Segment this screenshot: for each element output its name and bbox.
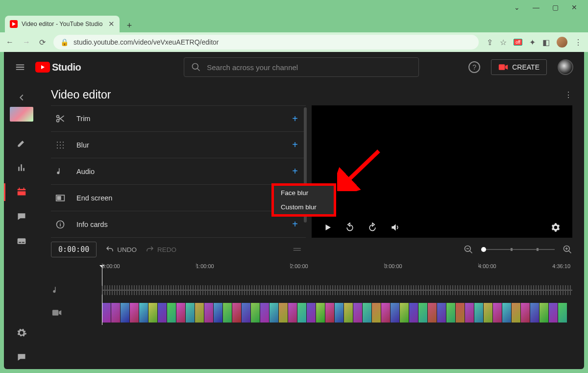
analytics-icon <box>17 163 26 173</box>
tool-trim[interactable]: Trim + <box>51 105 306 132</box>
browser-tabbar: Video editor - YouTube Studio ✕ + <box>0 15 588 32</box>
svg-point-8 <box>60 142 61 143</box>
browser-tab[interactable]: Video editor - YouTube Studio ✕ <box>5 16 120 32</box>
video-controls <box>312 217 572 238</box>
window-controls: ⌄ — ▢ ✕ <box>0 0 588 15</box>
note-icon <box>55 167 66 176</box>
svg-line-22 <box>344 151 379 184</box>
svg-point-7 <box>57 142 58 143</box>
blur-menu-custom[interactable]: Custom blur <box>274 200 334 214</box>
zoom-out-icon[interactable] <box>464 245 473 254</box>
tool-infocards[interactable]: Info cards + <box>51 211 306 238</box>
panel-icon[interactable]: ◧ <box>542 38 550 47</box>
audio-waveform <box>102 285 572 295</box>
grid-icon <box>55 141 66 149</box>
blur-menu: Face blur Custom blur <box>271 183 336 217</box>
create-button[interactable]: CREATE <box>491 59 547 75</box>
sidebar-item-details[interactable] <box>4 131 39 155</box>
svg-rect-2 <box>18 238 26 244</box>
video-track-icon <box>51 309 102 316</box>
tool-label: Blur <box>76 141 281 149</box>
left-sidebar <box>4 82 39 369</box>
close-window-icon[interactable]: ✕ <box>571 3 577 11</box>
chevron-down-icon[interactable]: ⌄ <box>514 3 520 11</box>
browser-toolbar: ← → ⟳ 🔒 studio.youtube.com/video/veVxeuA… <box>0 32 588 52</box>
chrome-avatar[interactable] <box>557 37 567 48</box>
sidebar-item-comments[interactable] <box>4 205 39 228</box>
panel-drag-handle-icon[interactable]: == <box>293 245 300 254</box>
app-header: Studio Search across your channel ? CREA… <box>4 52 584 82</box>
new-tab-button[interactable]: + <box>122 19 136 32</box>
sidebar-item-settings[interactable] <box>4 321 39 345</box>
tools-panel: Trim + Blur + Audio + E <box>51 105 306 238</box>
info-icon <box>55 220 66 229</box>
hamburger-icon[interactable] <box>15 62 25 73</box>
search-input[interactable]: Search across your channel <box>184 57 419 77</box>
forward-icon[interactable] <box>368 223 377 232</box>
youtube-favicon-icon <box>10 20 18 28</box>
ruler-mark: 2:00:00 <box>290 263 308 269</box>
tool-label: End screen <box>76 194 281 202</box>
maximize-icon[interactable]: ▢ <box>552 3 559 11</box>
add-infocards-icon[interactable]: + <box>292 219 298 230</box>
extensions-icon[interactable]: ✦ <box>529 38 536 47</box>
extension-badge[interactable]: off <box>514 39 522 46</box>
reload-icon[interactable]: ⟳ <box>39 38 46 47</box>
audio-track[interactable] <box>39 279 584 301</box>
bookmark-icon[interactable]: ☆ <box>500 38 507 47</box>
tool-audio[interactable]: Audio + <box>51 158 306 185</box>
page-title: Video editor <box>51 88 111 101</box>
volume-icon[interactable] <box>390 223 400 232</box>
address-bar[interactable]: 🔒 studio.youtube.com/video/veVxeuAETRQ/e… <box>53 35 479 50</box>
sidebar-item-subtitles[interactable] <box>4 229 39 253</box>
zoom-in-icon[interactable] <box>563 245 572 254</box>
tool-blur[interactable]: Blur + <box>51 132 306 158</box>
tab-title: Video editor - YouTube Studio <box>22 21 104 27</box>
feedback-icon <box>17 352 26 362</box>
blur-menu-face[interactable]: Face blur <box>274 186 334 200</box>
annotation-arrow-icon <box>337 147 386 191</box>
sidebar-item-feedback[interactable] <box>4 346 39 369</box>
timeline-ruler[interactable]: 0:00:00 1:00:00 2:00:00 3:00:00 4:00:00 … <box>39 261 584 279</box>
minimize-icon[interactable]: — <box>533 3 539 11</box>
timeline-toolbar: 0:00:00 UNDO REDO == <box>39 238 584 261</box>
cut-icon <box>55 114 66 124</box>
player-settings-icon[interactable] <box>551 223 561 232</box>
svg-point-14 <box>60 148 61 149</box>
svg-point-0 <box>193 64 198 70</box>
add-trim-icon[interactable]: + <box>292 113 298 124</box>
chrome-menu-icon[interactable]: ⋮ <box>574 38 582 47</box>
video-thumbnail[interactable] <box>10 107 33 122</box>
timecode[interactable]: 0:00:00 <box>51 242 97 257</box>
svg-point-12 <box>63 145 64 146</box>
main-content: Video editor ⋮ Trim + Blur + <box>39 82 584 369</box>
ruler-mark: 4:00:00 <box>478 263 496 269</box>
back-icon[interactable]: ← <box>6 38 14 47</box>
video-track[interactable] <box>39 301 584 324</box>
account-avatar[interactable] <box>558 59 573 75</box>
sidebar-item-analytics[interactable] <box>4 156 39 179</box>
svg-rect-21 <box>52 310 59 316</box>
ruler-mark: 1:00:00 <box>196 263 214 269</box>
undo-button[interactable]: UNDO <box>105 245 137 254</box>
search-placeholder: Search across your channel <box>207 63 298 72</box>
url-text: studio.youtube.com/video/veVxeuAETRQ/edi… <box>74 38 219 46</box>
tool-endscreen[interactable]: End screen + <box>51 185 306 211</box>
add-blur-icon[interactable]: + <box>292 139 298 150</box>
sidebar-back-icon[interactable] <box>16 92 27 103</box>
svg-point-13 <box>57 148 58 149</box>
endscreen-icon <box>55 194 66 202</box>
zoom-slider[interactable] <box>481 249 555 250</box>
add-audio-icon[interactable]: + <box>292 166 298 177</box>
rewind-icon[interactable] <box>345 223 355 232</box>
page-more-icon[interactable]: ⋮ <box>564 90 572 99</box>
share-icon[interactable]: ⇪ <box>487 38 493 47</box>
comments-icon <box>17 212 26 222</box>
redo-button: REDO <box>146 245 176 254</box>
play-icon[interactable] <box>323 223 332 232</box>
help-icon[interactable]: ? <box>468 61 480 73</box>
studio-logo[interactable]: Studio <box>35 62 81 73</box>
sidebar-item-editor[interactable] <box>4 180 39 204</box>
svg-rect-1 <box>499 64 505 70</box>
tab-close-icon[interactable]: ✕ <box>108 20 115 28</box>
